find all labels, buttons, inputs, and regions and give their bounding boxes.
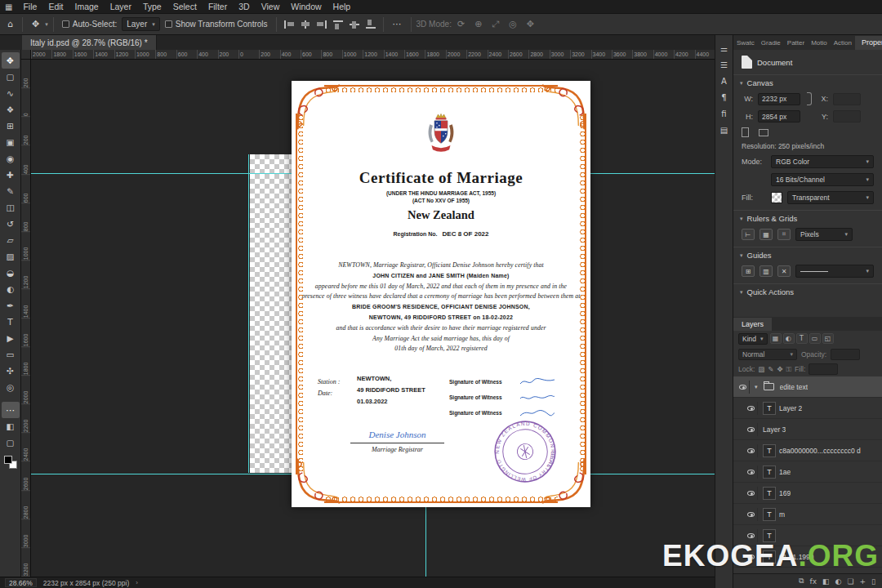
guide-style-dropdown[interactable]: ▾: [795, 265, 874, 278]
lock-transparency-icon[interactable]: ▨: [758, 365, 764, 373]
filter-adjustment-layers-icon[interactable]: ◐: [783, 333, 795, 344]
glyphs-panel-icon[interactable]: ﬁ: [716, 105, 733, 122]
mode-dropdown[interactable]: RGB Color▾: [771, 155, 874, 168]
toggle-rulers-icon[interactable]: ⊢: [742, 229, 755, 240]
shape-tool[interactable]: ▭: [2, 346, 20, 363]
tab-patterns[interactable]: Patter: [784, 36, 808, 50]
filter-pixel-layers-icon[interactable]: ▦: [770, 333, 782, 344]
ruler-vertical[interactable]: 2000200400600800100012001400160018002000…: [21, 60, 31, 577]
visibility-eye-icon[interactable]: [745, 487, 758, 500]
visibility-eye-icon[interactable]: [737, 381, 750, 394]
menu-image[interactable]: Image: [69, 0, 104, 13]
menu-3d[interactable]: 3D: [233, 0, 255, 13]
height-field[interactable]: 2854 px: [758, 110, 800, 122]
pen-tool[interactable]: ✒: [2, 297, 20, 314]
quick-mask-icon[interactable]: ◧: [2, 418, 20, 434]
more-align-options-icon[interactable]: ⋯: [389, 19, 406, 29]
quick-actions-section-header[interactable]: ▾ Quick Actions: [733, 283, 882, 299]
delete-layer-icon[interactable]: ▯: [871, 577, 875, 586]
visibility-eye-icon[interactable]: [745, 423, 758, 436]
x-field[interactable]: [833, 93, 861, 105]
eyedropper-tool[interactable]: ◉: [2, 150, 20, 167]
filter-smart-object-icon[interactable]: ◱: [822, 333, 834, 344]
align-middle-icon[interactable]: [349, 20, 360, 29]
align-center-horizontal-icon[interactable]: [300, 20, 311, 29]
move-tool[interactable]: ✥: [2, 52, 20, 69]
tab-gradients[interactable]: Gradie: [758, 36, 784, 50]
type-tool[interactable]: T: [2, 314, 20, 330]
link-dimensions-icon[interactable]: [807, 92, 812, 105]
eraser-tool[interactable]: ▱: [2, 232, 20, 248]
adjustments-panel-icon[interactable]: ⚌: [716, 40, 733, 56]
ruler-horizontal[interactable]: 2000180016001400120010008006004002000200…: [31, 50, 715, 60]
guide-vertical-left[interactable]: [248, 154, 249, 473]
menu-view[interactable]: View: [256, 0, 286, 13]
3d-orbit-icon[interactable]: ⟳: [453, 19, 469, 29]
layer-row[interactable]: m: [733, 504, 882, 525]
marquee-tool[interactable]: ▢: [2, 69, 20, 85]
fill-swatch-icon[interactable]: [771, 192, 782, 203]
lock-guides-icon[interactable]: ▥: [760, 265, 773, 277]
zoom-tool[interactable]: ◎: [2, 379, 20, 395]
menu-select[interactable]: Select: [167, 0, 203, 13]
chevron-right-icon[interactable]: ›: [136, 579, 138, 586]
toggle-snap-icon[interactable]: ⌗: [777, 229, 791, 240]
clone-source-panel-icon[interactable]: ☰: [716, 56, 733, 73]
tab-actions[interactable]: Action: [831, 36, 855, 50]
crop-tool[interactable]: ⊞: [2, 118, 20, 134]
tab-swatches[interactable]: Swatc: [733, 36, 758, 50]
layer-effects-icon[interactable]: fx: [810, 577, 817, 586]
document-tab[interactable]: Italy id.psd @ 28.7% (RGB/16) *: [22, 35, 157, 50]
3d-pan-icon[interactable]: ⤢: [488, 19, 503, 29]
new-group-icon[interactable]: ❏: [847, 577, 853, 586]
units-dropdown[interactable]: Pixels▾: [795, 228, 853, 241]
guides-section-header[interactable]: ▾ Guides: [733, 247, 882, 262]
libraries-panel-icon[interactable]: ▤: [716, 122, 733, 138]
align-top-icon[interactable]: [332, 20, 344, 29]
dodge-tool[interactable]: ◐: [2, 281, 20, 297]
adjustment-layer-icon[interactable]: ◐: [835, 577, 842, 586]
canvas-section-header[interactable]: ▾ Canvas: [733, 74, 882, 90]
layer-row[interactable]: c8a0000000...cccccccc0 d: [733, 440, 882, 461]
tab-properties[interactable]: Properties: [855, 36, 882, 50]
show-transform-checkbox[interactable]: Show Transform Controls: [162, 20, 271, 29]
orientation-landscape-icon[interactable]: [759, 129, 768, 136]
menu-filter[interactable]: Filter: [203, 0, 233, 13]
foreground-color-swatch[interactable]: [4, 456, 12, 464]
group-expand-chevron-icon[interactable]: ▾: [755, 384, 758, 390]
lasso-tool[interactable]: ∿: [2, 85, 20, 101]
toggle-guides-icon[interactable]: ⊞: [742, 265, 755, 277]
color-swatches[interactable]: [4, 456, 17, 469]
hand-tool[interactable]: ✣: [2, 363, 20, 379]
menu-type[interactable]: Type: [137, 0, 167, 13]
clear-guides-icon[interactable]: ✕: [777, 265, 791, 277]
align-right-icon[interactable]: [316, 20, 327, 29]
lock-all-icon[interactable]: ⚿: [786, 365, 791, 374]
new-layer-icon[interactable]: +: [860, 577, 866, 586]
link-layers-icon[interactable]: ⧉: [799, 577, 804, 586]
blend-mode-dropdown[interactable]: Normal▾: [738, 349, 797, 360]
layer-filter-kind-dropdown[interactable]: Kind▾: [738, 333, 768, 345]
visibility-eye-icon[interactable]: [745, 444, 758, 457]
fill-dropdown[interactable]: Transparent▾: [787, 191, 874, 204]
align-bottom-icon[interactable]: [365, 20, 376, 29]
clone-stamp-tool[interactable]: ◫: [2, 199, 20, 216]
filter-text-layers-icon[interactable]: T: [796, 333, 808, 344]
canvas-area[interactable]: Certificate of Marriage (UNDER THE HINDU…: [31, 60, 715, 577]
path-selection-tool[interactable]: ▶: [2, 330, 20, 346]
menu-layer[interactable]: Layer: [105, 0, 137, 13]
screen-mode-icon[interactable]: ▢: [2, 434, 20, 451]
healing-brush-tool[interactable]: ✚: [2, 167, 20, 183]
history-brush-tool[interactable]: ↺: [2, 216, 20, 232]
visibility-eye-icon[interactable]: [745, 466, 758, 479]
object-selection-tool[interactable]: ❖: [2, 101, 20, 118]
3d-scale-icon[interactable]: ✥: [523, 19, 538, 29]
brush-tool[interactable]: ✎: [2, 183, 20, 199]
width-field[interactable]: 2232 px: [758, 93, 800, 105]
character-panel-icon[interactable]: A: [716, 73, 733, 89]
visibility-eye-icon[interactable]: [745, 508, 758, 521]
zoom-level-field[interactable]: 28.66%: [5, 578, 37, 587]
layer-row[interactable]: Layer 3: [733, 419, 882, 440]
layer-row[interactable]: 169: [733, 483, 882, 504]
auto-select-target-dropdown[interactable]: Layer ▾: [122, 17, 160, 31]
